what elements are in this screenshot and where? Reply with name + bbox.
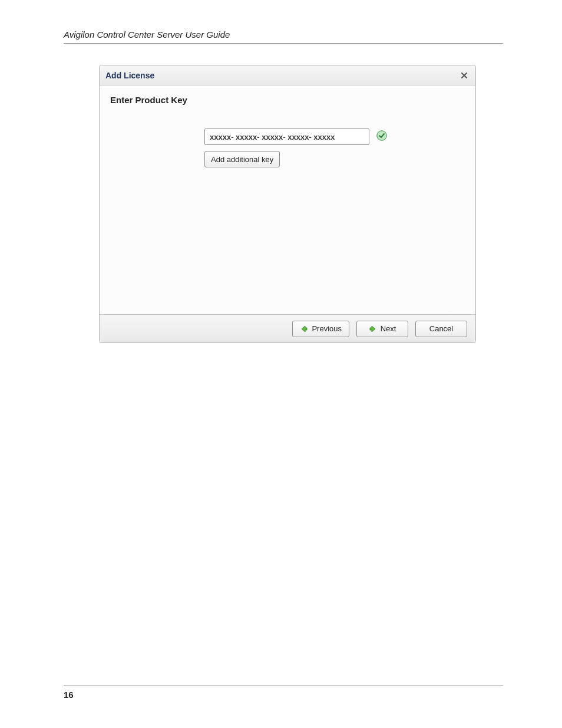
- product-key-row: [204, 129, 465, 145]
- close-icon[interactable]: [459, 70, 470, 81]
- cancel-button-label: Cancel: [429, 324, 453, 333]
- add-additional-key-button[interactable]: Add additional key: [204, 151, 280, 167]
- dialog-body: Enter Product Key Add additional key: [100, 85, 475, 314]
- arrow-left-icon: [300, 325, 308, 333]
- dialog-title: Add License: [105, 71, 154, 80]
- doc-header-title: Avigilon Control Center Server User Guid…: [64, 29, 503, 44]
- svg-point-0: [377, 131, 386, 140]
- check-valid-icon: [376, 130, 387, 143]
- previous-button-label: Previous: [312, 324, 342, 333]
- enter-product-key-heading: Enter Product Key: [110, 95, 465, 105]
- dialog-footer: Previous Next Cancel: [100, 314, 475, 342]
- product-key-input[interactable]: [204, 129, 369, 145]
- next-button-label: Next: [381, 324, 396, 333]
- add-license-dialog: Add License Enter Product Key Add additi…: [99, 65, 476, 343]
- cancel-button[interactable]: Cancel: [415, 321, 467, 337]
- page-number: 16: [64, 686, 503, 700]
- arrow-right-icon: [369, 325, 377, 333]
- dialog-titlebar: Add License: [100, 65, 475, 85]
- next-button[interactable]: Next: [356, 321, 408, 337]
- previous-button[interactable]: Previous: [292, 321, 349, 337]
